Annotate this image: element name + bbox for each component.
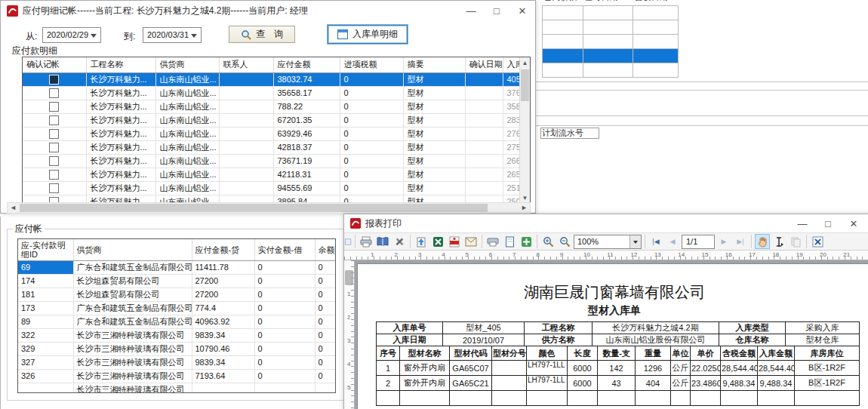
confirm-checkbox[interactable] xyxy=(49,170,59,180)
zoom-in-icon[interactable] xyxy=(540,234,556,249)
column-header[interactable]: 工程名称 xyxy=(86,57,155,72)
column-header[interactable]: 应付金额 xyxy=(273,57,340,72)
to-date-combo[interactable]: 2020/03/31 xyxy=(143,27,202,43)
confirm-checkbox[interactable] xyxy=(49,129,59,139)
table-row[interactable]: 322长沙市三湘特种玻璃有限公司9839.3400 xyxy=(18,328,336,342)
pdf-export-icon[interactable] xyxy=(447,234,462,249)
table-row[interactable] xyxy=(543,48,679,63)
table-row[interactable]: 长沙万科魅力...山东南山铝业...67201.350型材283 xyxy=(23,113,521,127)
table-row[interactable]: 89广东合和建筑五金制品有限公司40963.9200 xyxy=(18,315,336,328)
table-row[interactable]: 1窗外开内扇GA65C07LH797-1LL60001421296公斤22.02… xyxy=(377,361,860,376)
design-icon[interactable] xyxy=(345,234,352,249)
column-header[interactable]: 确认记帐 xyxy=(23,57,86,72)
open-book-icon[interactable] xyxy=(375,234,390,249)
minimize-button[interactable]: — xyxy=(458,1,484,21)
page-number-box[interactable]: 1/1 xyxy=(682,235,715,249)
column-header[interactable]: 实付金额-借 xyxy=(254,239,315,260)
cell-debit: 0 xyxy=(254,369,315,383)
table-row[interactable]: 329长沙市三湘特种玻璃有限公司10790.4600 xyxy=(18,342,336,355)
column-header[interactable]: 供货商 xyxy=(155,57,219,72)
scroll-up-arrow[interactable]: ▲ xyxy=(520,57,530,69)
horizontal-scrollbar[interactable]: ◄ ► xyxy=(7,202,531,214)
query-button[interactable]: 查 询 xyxy=(229,26,295,43)
column-header[interactable]: 进项税额 xyxy=(340,57,403,72)
export-icon[interactable] xyxy=(414,234,429,249)
report-preview-area[interactable]: 湖南巨晟门窗幕墙有限公司 型材入库单 入库单号型材_405工程名称长沙万科魅力之… xyxy=(355,260,868,409)
table-row[interactable]: 长沙万科魅力...山东南山铝业...788.220型材358 xyxy=(23,100,521,113)
tools-icon[interactable] xyxy=(392,234,407,249)
confirm-checkbox[interactable] xyxy=(49,183,59,193)
last-page-icon[interactable]: ▶| xyxy=(733,234,748,249)
zoom-select[interactable]: 100% xyxy=(574,235,642,249)
table-row[interactable]: 长沙万科魅力...山东南山铝业...38032.740型材405 xyxy=(23,72,521,86)
table-row[interactable]: 181长沙坦森贸易有限公司2720000 xyxy=(18,288,336,301)
column-header[interactable]: 摘要 xyxy=(403,57,465,72)
table-row[interactable]: 长沙万科魅力...山东南山铝业...42118.310型材265 xyxy=(23,168,521,181)
confirm-checkbox[interactable] xyxy=(49,102,59,112)
table-row[interactable]: 173广东合和建筑五金制品有限公司774.400 xyxy=(18,301,336,315)
scroll-right-arrow[interactable]: ► xyxy=(519,203,530,213)
scroll-down-arrow[interactable]: ▼ xyxy=(520,192,530,203)
cell-tax: 0 xyxy=(340,168,403,181)
scroll-left-arrow[interactable]: ◄ xyxy=(8,203,19,213)
print-icon[interactable] xyxy=(359,234,374,249)
table-row[interactable] xyxy=(543,20,679,34)
minimize-button[interactable]: — xyxy=(790,214,815,232)
text-select-icon[interactable] xyxy=(771,234,786,249)
column-header[interactable]: 应付金额-贷 xyxy=(192,239,254,260)
table-row[interactable]: 入库日期2019/10/07供方名称山东南山铝业股份有限公司仓库名称型材仓库 xyxy=(377,334,860,346)
table-row[interactable] xyxy=(377,391,860,406)
titlebar[interactable]: 报表打印 — □ ✕ xyxy=(344,214,868,232)
table-row[interactable]: 长沙万科魅力...山东南山铝业...42818.370型材275 xyxy=(23,140,521,154)
maximize-button[interactable]: □ xyxy=(815,214,841,232)
table-row[interactable] xyxy=(543,5,679,20)
table-row[interactable]: 长沙万科魅力...山东南山铝业...35658.170型材376 xyxy=(23,86,521,100)
page-setup-icon[interactable] xyxy=(502,234,517,249)
table-row[interactable]: 长沙万科魅力...山东南山铝业...94555.690型材251 xyxy=(23,181,521,195)
scroll-thumb[interactable] xyxy=(521,69,529,101)
copy-page-icon[interactable] xyxy=(788,234,803,249)
table-row[interactable] xyxy=(543,63,679,77)
column-header[interactable]: 应-实付款明细ID xyxy=(18,239,73,260)
column-header[interactable]: 余额 xyxy=(315,239,336,260)
table-row[interactable] xyxy=(543,34,679,48)
prev-page-icon[interactable]: ◀ xyxy=(665,234,680,249)
table-row[interactable]: 入库单号型材_405工程名称长沙万科魅力之城4.2期入库类型采购入库 xyxy=(377,322,860,334)
excel-export-icon[interactable] xyxy=(430,234,445,249)
next-page-icon[interactable]: ▶ xyxy=(716,234,731,249)
table-row[interactable]: 69广东合和建筑五金制品有限公司11411.7800 xyxy=(18,260,336,274)
column-header[interactable]: 确认日期 xyxy=(465,57,503,72)
table-row[interactable]: 326长沙市三湘特种玻璃有限公司7193.6400 xyxy=(18,369,336,383)
ruler-scroll-thumb[interactable] xyxy=(345,270,353,285)
confirm-checkbox[interactable] xyxy=(49,143,59,152)
cell-c1 xyxy=(543,63,583,77)
column-header[interactable]: 供货商 xyxy=(73,239,192,260)
table-row[interactable]: 长沙万科魅力...山东南山铝业...63929.460型材276 xyxy=(23,127,521,140)
close-button[interactable]: ✕ xyxy=(509,1,535,21)
table-row[interactable]: 2窗外开内扇GA65C21LH797-1LL600043404公斤23.4860… xyxy=(377,376,860,391)
confirm-checkbox[interactable] xyxy=(49,115,59,125)
vertical-scrollbar[interactable]: ▲ ▼ xyxy=(519,57,530,203)
titlebar[interactable]: 应付明细记帐------当前工程: 长沙万科魅力之城4.2期------当前用户… xyxy=(1,1,535,21)
table-row[interactable]: 174长沙坦森贸易有限公司2720000 xyxy=(18,274,336,288)
scroll-thumb[interactable] xyxy=(20,204,488,212)
print-setup-icon[interactable] xyxy=(485,234,500,249)
table-row[interactable]: 长沙市三湘特种玻璃有限公司 xyxy=(18,383,336,393)
maximize-button[interactable]: □ xyxy=(484,1,509,21)
first-page-icon[interactable]: |◀ xyxy=(648,234,663,249)
confirm-checkbox[interactable] xyxy=(49,75,59,85)
close-button[interactable]: ✕ xyxy=(841,214,866,232)
close-preview-icon[interactable] xyxy=(810,234,825,249)
table-row[interactable]: 长沙万科魅力...山东南山铝业...73671.190型材266 xyxy=(23,154,521,168)
new-page-icon[interactable] xyxy=(519,234,534,249)
confirm-checkbox[interactable] xyxy=(49,156,59,166)
column-header[interactable]: 联系人 xyxy=(219,57,273,72)
table-row[interactable]: 327长沙市三湘特种玻璃有限公司9839.3400 xyxy=(18,355,336,369)
inbound-detail-button[interactable]: 入库单明细 xyxy=(328,25,408,44)
zoom-out-icon[interactable] xyxy=(557,234,572,249)
pan-hand-icon[interactable] xyxy=(755,234,770,249)
confirm-checkbox[interactable] xyxy=(49,88,59,98)
column-header[interactable]: 入库 xyxy=(503,57,521,72)
from-date-combo[interactable]: 2020/02/29 xyxy=(42,27,101,43)
email-icon[interactable] xyxy=(463,234,479,249)
